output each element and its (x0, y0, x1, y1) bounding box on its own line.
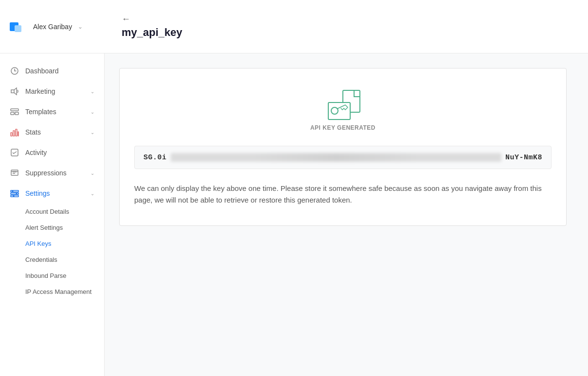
settings-chevron-icon: ⌄ (90, 191, 94, 196)
svg-rect-2 (11, 112, 14, 115)
api-key-icon (321, 88, 365, 124)
api-icon-area: API KEY GENERATED (134, 88, 552, 131)
back-button[interactable]: ← (122, 14, 182, 24)
svg-rect-11 (11, 193, 18, 194)
sidebar-item-dashboard[interactable]: Dashboard (0, 61, 104, 81)
api-key-value: SG.0i NuY-NmK8 (134, 146, 552, 169)
svg-rect-5 (13, 131, 15, 136)
sidebar-item-marketing[interactable]: Marketing ⌄ (0, 81, 104, 102)
svg-point-15 (13, 195, 15, 197)
sidebar-label-dashboard: Dashboard (25, 67, 94, 75)
sidebar-label-settings: Settings (25, 189, 85, 197)
brand-area[interactable]: Alex Garibay ⌄ (10, 17, 107, 36)
sidebar-label-stats: Stats (25, 128, 85, 136)
dashboard-icon (10, 66, 19, 76)
svg-rect-7 (18, 132, 18, 136)
activity-icon (10, 148, 19, 157)
api-key-card: API KEY GENERATED SG.0i NuY-NmK8 We can … (119, 68, 567, 226)
svg-rect-9 (11, 170, 18, 175)
sub-menu-account-details[interactable]: Account Details (0, 204, 104, 220)
sidebar-item-templates[interactable]: Templates ⌄ (0, 102, 104, 122)
svg-point-14 (16, 193, 18, 194)
sidebar-label-suppressions: Suppressions (25, 169, 85, 177)
sub-menu-ip-access-management[interactable]: IP Access Management (0, 284, 104, 300)
main-layout: Dashboard Marketing ⌄ (0, 53, 588, 376)
sub-menu-api-keys[interactable]: API Keys (0, 236, 104, 252)
settings-icon (10, 188, 19, 198)
sidebar-label-templates: Templates (25, 108, 85, 116)
svg-rect-10 (11, 190, 18, 192)
sidebar-item-stats[interactable]: Stats ⌄ (0, 122, 104, 142)
sub-menu-alert-settings[interactable]: Alert Settings (0, 220, 104, 236)
sub-menu-inbound-parse[interactable]: Inbound Parse (0, 268, 104, 284)
suppressions-icon (10, 168, 19, 178)
sidebar: Dashboard Marketing ⌄ (0, 53, 105, 376)
svg-rect-12 (11, 195, 18, 197)
api-key-end: NuY-NmK8 (505, 154, 542, 162)
sidebar-label-activity: Activity (25, 149, 94, 156)
svg-point-13 (12, 190, 14, 192)
stats-icon (10, 127, 19, 137)
api-key-warning: We can only display the key above one ti… (134, 183, 552, 206)
top-header: Alex Garibay ⌄ ← my_api_key (0, 0, 588, 53)
marketing-icon (10, 86, 19, 96)
svg-rect-3 (15, 112, 18, 115)
marketing-chevron-icon: ⌄ (90, 89, 94, 94)
svg-rect-6 (16, 129, 17, 136)
sub-menu-credentials[interactable]: Credentials (0, 252, 104, 268)
templates-icon (10, 107, 19, 117)
brand-logo (10, 17, 28, 36)
api-key-start: SG.0i (143, 154, 167, 162)
brand-chevron-icon: ⌄ (78, 23, 83, 30)
content-area: API KEY GENERATED SG.0i NuY-NmK8 We can … (105, 53, 588, 376)
brand-name: Alex Garibay (33, 23, 72, 31)
page-title: my_api_key (122, 26, 182, 39)
suppressions-chevron-icon: ⌄ (90, 171, 94, 176)
api-key-blurred (171, 153, 501, 162)
sidebar-item-settings[interactable]: Settings ⌄ (0, 183, 104, 204)
header-content: ← my_api_key (117, 14, 182, 39)
templates-chevron-icon: ⌄ (90, 109, 94, 115)
api-key-generated-label: API KEY GENERATED (310, 124, 375, 131)
svg-rect-1 (11, 109, 18, 111)
sidebar-label-marketing: Marketing (25, 87, 85, 95)
svg-rect-4 (11, 133, 12, 136)
sidebar-item-activity[interactable]: Activity (0, 142, 104, 163)
sidebar-item-suppressions[interactable]: Suppressions ⌄ (0, 163, 104, 183)
stats-chevron-icon: ⌄ (90, 130, 94, 135)
